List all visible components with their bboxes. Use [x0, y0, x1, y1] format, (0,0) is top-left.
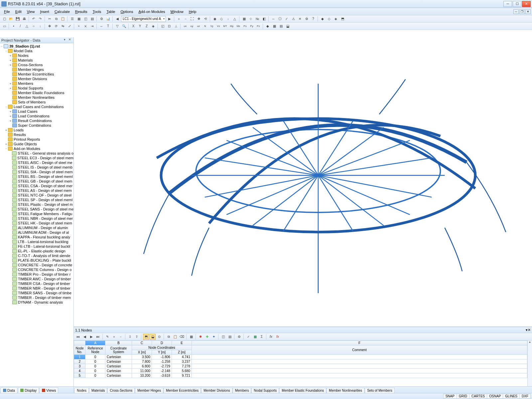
- select-icon[interactable]: ▭: [1, 23, 7, 29]
- calculate-icon[interactable]: ⚙: [98, 16, 104, 22]
- table-delete-icon[interactable]: －: [118, 334, 124, 340]
- load-tool-icon[interactable]: ↓: [37, 23, 43, 29]
- tree-model-7[interactable]: +Nodal Supports: [0, 86, 73, 90]
- table-blue-icon[interactable]: ✦: [211, 334, 217, 340]
- table-edit-icon[interactable]: ✎: [104, 334, 110, 340]
- mdi-minimize-button[interactable]: ─: [513, 9, 519, 14]
- table-goto-icon[interactable]: ⊙: [156, 334, 162, 340]
- tree-module-25[interactable]: CONCRETE Columns - Design o: [0, 267, 73, 272]
- new-icon[interactable]: ▢: [1, 16, 7, 22]
- navigator-dropdown-icon[interactable]: ▾: [62, 38, 67, 43]
- zoom-in-icon[interactable]: ＋: [176, 16, 182, 22]
- tree-model-8[interactable]: Member Elastic Foundations: [0, 90, 73, 95]
- wireframe-icon[interactable]: ◇: [218, 16, 224, 22]
- tree-load-3[interactable]: Super Combinations: [0, 123, 73, 128]
- status-osnap[interactable]: OSNAP: [487, 394, 503, 399]
- find-icon[interactable]: 🔍: [121, 23, 127, 29]
- move-icon[interactable]: ✥: [47, 23, 53, 29]
- table-tab-nodal-supports[interactable]: Nodal Supports: [251, 388, 279, 393]
- extend-icon[interactable]: ⇥: [89, 23, 95, 29]
- cut-icon[interactable]: ✂: [47, 16, 53, 22]
- table-highlight-icon[interactable]: ⬒: [143, 334, 149, 340]
- navigator-tab-views[interactable]: Views: [40, 387, 58, 393]
- pan-icon[interactable]: ✥: [196, 16, 202, 22]
- table-copy-icon[interactable]: ⧉: [166, 334, 172, 340]
- navigator-tab-data[interactable]: Data: [1, 387, 17, 393]
- zoom-out-icon[interactable]: －: [183, 16, 189, 22]
- ref-node-header[interactable]: ReferenceNode: [85, 345, 105, 355]
- delete-icon[interactable]: ✕: [297, 16, 303, 22]
- next-lc-icon[interactable]: ▶: [167, 16, 173, 22]
- extra-tool3-icon[interactable]: ◈: [333, 16, 339, 22]
- table-nav-prev-icon[interactable]: ◀: [82, 334, 88, 340]
- n-icon[interactable]: N: [202, 23, 208, 29]
- tree-load-1[interactable]: +Load Combinations: [0, 114, 73, 118]
- tree-loadcases[interactable]: -Load Cases and Combinations: [0, 104, 73, 109]
- vy-icon[interactable]: Vy: [209, 23, 215, 29]
- view-z-icon[interactable]: Z: [144, 23, 150, 29]
- colors-icon[interactable]: ◧: [261, 16, 267, 22]
- tree-module-3[interactable]: STEEL IS - Design of steel memb: [0, 165, 73, 170]
- tree-top-0[interactable]: +Loads: [0, 128, 73, 132]
- tree-load-0[interactable]: +Load Cases: [0, 109, 73, 114]
- tree-module-1[interactable]: STEEL EC3 - Design of steel mem: [0, 156, 73, 160]
- tree-module-30[interactable]: TIMBER SANS - Design of timbe: [0, 291, 73, 295]
- menu-help[interactable]: Help: [186, 9, 199, 14]
- table-tab-member-hinges[interactable]: Member Hinges: [135, 388, 163, 393]
- extra-tool4-icon[interactable]: ⬒: [339, 16, 345, 22]
- prev-lc-icon[interactable]: ◀: [114, 16, 120, 22]
- col-b-header[interactable]: B: [105, 341, 132, 345]
- ux-icon[interactable]: ux: [182, 23, 188, 29]
- table-nav-first-icon[interactable]: ⏮: [75, 334, 81, 340]
- table-tab-materials[interactable]: Materials: [89, 388, 107, 393]
- table-paste-icon[interactable]: 📋: [172, 334, 178, 340]
- mdi-close-button[interactable]: ✕: [525, 9, 531, 14]
- extra-tool2-icon[interactable]: ◇: [326, 16, 332, 22]
- table-close-icon[interactable]: ✕: [528, 328, 531, 332]
- hinge-tool-icon[interactable]: ○: [31, 23, 37, 29]
- status-snap[interactable]: SNAP: [443, 394, 457, 399]
- tree-module-20[interactable]: FE-LTB - Lateral-torsional buckli: [0, 244, 73, 249]
- tree-module-27[interactable]: TIMBER AWC - Design of timber: [0, 277, 73, 281]
- warning-icon[interactable]: ⚠: [290, 16, 296, 22]
- col-a-header[interactable]: A: [85, 341, 105, 345]
- table-excel-icon[interactable]: ▦: [252, 334, 258, 340]
- status-dxf[interactable]: DXF: [519, 394, 531, 399]
- col-d-header[interactable]: D: [152, 341, 172, 345]
- tree-model-data[interactable]: -Model Data: [0, 49, 73, 53]
- measure-icon[interactable]: ↔: [270, 16, 276, 22]
- rotate-tool-icon[interactable]: ⟳: [53, 23, 59, 29]
- x-header[interactable]: X [m]: [132, 350, 152, 355]
- table-fx-icon[interactable]: fx: [268, 334, 274, 340]
- zoom-fit-icon[interactable]: ⛶: [189, 16, 195, 22]
- divide-icon[interactable]: ÷: [76, 23, 82, 29]
- menu-table[interactable]: Table: [104, 9, 118, 14]
- table-row[interactable]: 40Cartesian11.000-2.1485.680: [74, 369, 527, 373]
- status-grid[interactable]: GRID: [457, 394, 469, 399]
- mirror-icon[interactable]: ⇋: [60, 23, 66, 29]
- info-icon[interactable]: ⓘ: [277, 16, 283, 22]
- paste-icon[interactable]: 📋: [60, 16, 66, 22]
- undo-icon[interactable]: ↶: [31, 16, 37, 22]
- table-nav-next-icon[interactable]: ▶: [88, 334, 94, 340]
- table-tab-member-eccentricities[interactable]: Member Eccentricities: [164, 388, 201, 393]
- py-icon[interactable]: Py: [249, 23, 255, 29]
- tree-model-4[interactable]: Member Eccentricities: [0, 72, 73, 76]
- menu-options[interactable]: Options: [118, 9, 136, 14]
- table-green-icon[interactable]: ✚: [204, 334, 210, 340]
- tree-module-23[interactable]: PLATE-BUCKLING - Plate buckli: [0, 258, 73, 263]
- tree-module-10[interactable]: STEEL SP - Design of steel meml: [0, 198, 73, 202]
- vz-icon[interactable]: Vz: [215, 23, 221, 29]
- menu-view[interactable]: View: [24, 9, 38, 14]
- view-x-icon[interactable]: X: [130, 23, 136, 29]
- pz-icon[interactable]: Pz: [255, 23, 261, 29]
- tree-top-2[interactable]: Printout Reports: [0, 137, 73, 142]
- extra-icon[interactable]: ◆: [265, 23, 271, 29]
- table-calc-icon[interactable]: Σ: [259, 334, 265, 340]
- tree-load-2[interactable]: +Result Combinations: [0, 118, 73, 123]
- check-icon[interactable]: ✓: [284, 16, 290, 22]
- tree-module-12[interactable]: STEEL SANS - Design of steel me: [0, 207, 73, 211]
- tree-module-14[interactable]: STEEL NBR - Design of steel mer: [0, 216, 73, 221]
- tree-module-2[interactable]: STEEL AISC - Design of steel me: [0, 160, 73, 165]
- node-no-header[interactable]: NodeNo.: [74, 345, 85, 355]
